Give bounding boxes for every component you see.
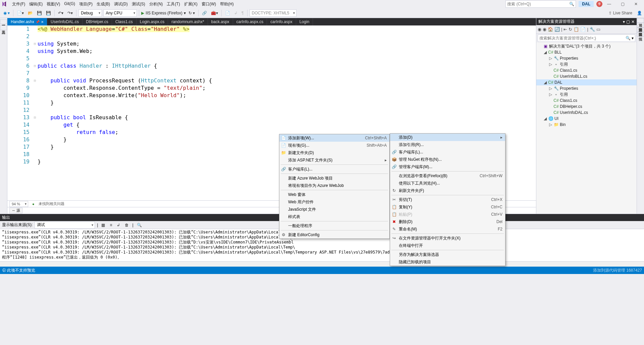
editor-tab[interactable]: Login.aspx.cs [137, 18, 168, 25]
context-menu-item[interactable]: ✖删除(D)Del [390, 218, 505, 225]
context-menu-item[interactable]: 📦管理 NuGet 程序包(N)... [390, 156, 505, 163]
rail-tab[interactable]: 团队资源管理器 [637, 27, 644, 32]
platform-combo[interactable]: Any CPU [103, 9, 137, 17]
browser-link-icon[interactable]: 🔗 [201, 10, 208, 16]
tree-node[interactable]: ◢🌐UI [536, 116, 637, 122]
menu-item[interactable]: 文件(F) [10, 1, 27, 8]
context-menu-item[interactable]: Web 用户控件 [279, 198, 389, 206]
pane-dropdown-icon[interactable]: ▾ [623, 19, 625, 24]
user-avatar[interactable]: 李 [596, 1, 602, 7]
context-menu-item[interactable]: Web 窗体 [279, 191, 389, 198]
maximize-icon[interactable]: ▢ [616, 2, 629, 6]
context-menu-project[interactable]: 添加(D)添加引用(R)...🔗客户端库(L)...📦管理 NuGet 程序包(… [390, 133, 505, 266]
context-menu-item[interactable]: 使用以下工具浏览(H)... [390, 180, 505, 187]
context-menu-item[interactable]: 添加(D) [390, 134, 505, 141]
tree-node[interactable]: ▷📁Bin [536, 122, 637, 128]
context-menu-item[interactable]: ✂剪切(T)Ctrl+X [390, 196, 505, 203]
context-menu-item[interactable]: 一般处理程序 [279, 222, 389, 229]
menu-item[interactable]: 项目(P) [77, 1, 95, 8]
run-button[interactable]: ▶IIS Express (Firefox) ▾ [141, 11, 185, 15]
tree-node[interactable]: ▷🔧Properties [536, 55, 637, 61]
tree-node[interactable]: C#Class1.cs [536, 67, 637, 73]
solution-tree[interactable]: ▣ 解决方案"DAL"(3 个项目，共 3 个) ◢C#BLL▷🔧Propert… [536, 43, 637, 214]
quick-search-input[interactable] [507, 2, 569, 6]
config-combo[interactable]: Debug [78, 9, 102, 17]
sln-fwd-icon[interactable]: ◉ [543, 27, 546, 32]
solution-search[interactable]: 🔍 ▾ [538, 34, 635, 42]
quick-search[interactable]: 🔍 [505, 0, 576, 8]
menu-item[interactable]: 视图(V) [45, 1, 62, 8]
editor-tab[interactable]: carInfo.aspx [267, 18, 296, 25]
menu-item[interactable]: 测试(S) [130, 1, 147, 8]
tree-node[interactable]: ▷🔧Properties [536, 85, 637, 91]
save-all-icon[interactable]: 💾 [45, 10, 52, 16]
sln-back-icon[interactable]: ◉ [538, 27, 541, 32]
context-menu-item[interactable]: JavaScript 文件 [279, 206, 389, 213]
menu-item[interactable]: 扩展(X) [182, 1, 200, 8]
open-icon[interactable]: 📂 [26, 10, 34, 16]
tree-node[interactable]: C#DBHelper.cs [536, 104, 637, 110]
sln-showall-icon[interactable]: 📋 [574, 27, 579, 32]
menu-item[interactable]: 编辑(E) [27, 1, 45, 8]
solution-search-input[interactable] [539, 36, 626, 41]
source-view-tab[interactable]: ↔ 源 [9, 208, 22, 213]
context-menu-item[interactable]: ✎重命名(M)F2 [390, 225, 505, 233]
solution-root[interactable]: ▣ 解决方案"DAL"(3 个项目，共 3 个) [536, 43, 637, 49]
tree-node[interactable]: ◢C#DAL [536, 79, 637, 85]
menu-item[interactable]: 调试(D) [112, 1, 130, 8]
sln-refresh-icon[interactable]: ↻ [569, 27, 572, 32]
output-toggle-icon[interactable]: ≡ [108, 222, 113, 228]
fold-gutter[interactable]: ⊟⊟⊟⊟ [32, 25, 38, 200]
tab-close-icon[interactable]: ✕ [41, 20, 44, 24]
sln-preview-icon[interactable]: 📄 [580, 27, 586, 32]
save-icon[interactable]: 💾 [36, 10, 43, 16]
output-wrap-icon[interactable]: ↲ [115, 222, 121, 228]
context-menu-item[interactable]: 在终端中打开 [390, 242, 505, 249]
context-menu-item[interactable]: 🔗客户端库(L)... [279, 165, 389, 173]
liveshare-button[interactable]: ⇪Live Share 👤 [608, 11, 642, 15]
sln-home-icon[interactable]: 🏠 [548, 27, 553, 32]
tree-node[interactable]: C#Class1.cs [536, 97, 637, 104]
editor-tab[interactable]: carInfo.aspx.cs [233, 18, 267, 25]
context-menu-item[interactable]: 新建 Azure WebJob 项目 [279, 175, 389, 182]
context-menu-item[interactable]: 添加 ASP.NET 文件夹(S) [279, 156, 389, 164]
solution-config-chip[interactable]: DAL [579, 1, 594, 7]
menu-item[interactable]: 帮助(H) [218, 1, 236, 8]
editor-tab[interactable]: Handler.ashx 📌 ✕ [7, 18, 47, 25]
context-menu-item[interactable]: ↪在文件资源管理器中打开文件夹(X) [390, 234, 505, 242]
redo-icon[interactable]: ↷▾ [66, 10, 74, 16]
nav-back-icon[interactable]: ◉ ▾ [2, 10, 11, 16]
menu-item[interactable]: 生成(B) [95, 1, 112, 8]
sln-collapse-icon[interactable]: ⇤ [564, 27, 567, 32]
sln-filter-icon[interactable]: ▭ [596, 27, 600, 32]
menu-item[interactable]: Git(G) [62, 1, 77, 8]
context-menu-item[interactable]: 在浏览器中查看(Firefox)(B)Ctrl+Shift+W [390, 172, 505, 180]
minimize-icon[interactable]: — [602, 2, 616, 6]
context-menu-item[interactable]: ↻刷新文件夹(F) [390, 187, 505, 194]
editor-tab[interactable]: Class1.cs [112, 18, 137, 25]
sln-sync-icon[interactable]: 🔄 [554, 27, 560, 32]
pin-icon[interactable]: 📌 [36, 20, 40, 24]
pane-pin-icon[interactable]: ▢ [626, 19, 630, 24]
editor-tab[interactable]: back.aspx [208, 18, 233, 25]
undo-icon[interactable]: ↶▾ [57, 10, 65, 16]
context-menu-item[interactable]: ⚙新建 EditorConfig [279, 231, 389, 238]
tree-node[interactable]: ▷▫引用 [536, 61, 637, 67]
zoom-combo[interactable]: 94 % [9, 201, 28, 207]
output-source-combo[interactable]: 调试 [35, 221, 95, 229]
output-scrollbar[interactable] [0, 261, 644, 267]
menu-item[interactable]: 分析(N) [147, 1, 165, 8]
editor-tab[interactable]: Login [296, 18, 313, 25]
sln-props-icon[interactable]: 🔧 [590, 27, 595, 32]
tree-node[interactable]: ◢C#BLL [536, 49, 637, 55]
pane-close-icon[interactable]: ✕ [631, 19, 635, 24]
context-menu-item[interactable]: 🔗管理客户端库(M)... [390, 163, 505, 170]
rail-tab[interactable]: 服务器资源管理器 [0, 19, 7, 24]
menu-item[interactable]: 工具(T) [165, 1, 182, 8]
rail-tab[interactable]: 属性 [637, 32, 644, 37]
output-clear2-icon[interactable]: 🗑 [123, 222, 130, 228]
context-menu-item[interactable]: 另存为解决方案筛选器 [390, 251, 505, 258]
close-icon[interactable]: ✕ [629, 2, 643, 6]
context-menu-item[interactable]: 添加引用(R)... [390, 141, 505, 148]
output-clear-icon[interactable]: ▦ [100, 222, 106, 228]
